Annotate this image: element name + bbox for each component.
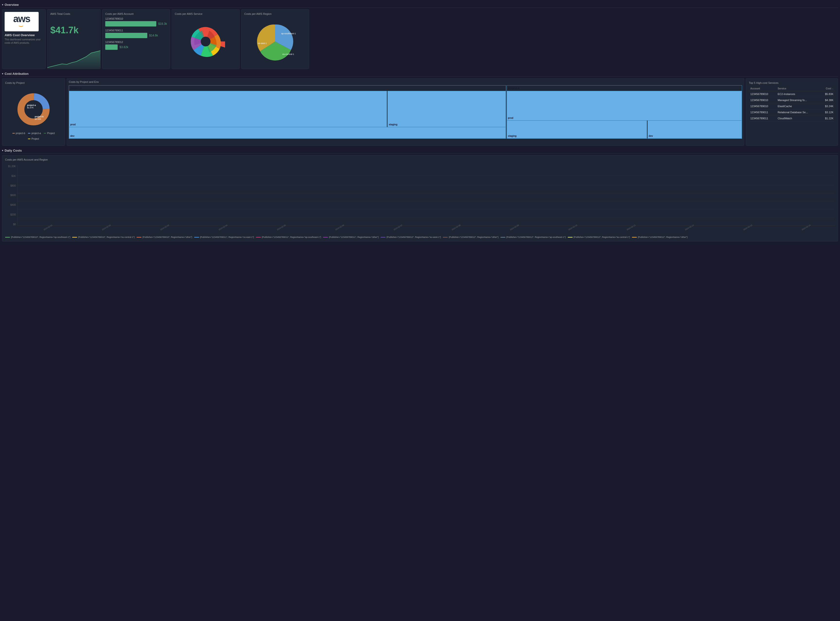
top5-header-cost[interactable]: Cost ↓	[820, 86, 835, 91]
treemap-cell-staging-b-label: staging	[389, 123, 397, 126]
top5-header-account: Account	[749, 86, 776, 91]
treemap-root: project-b prod staging de	[69, 85, 742, 139]
table-row: 123456789010 ElastiCache $3.24K	[749, 103, 835, 109]
legend-project-a: project-a	[28, 132, 41, 135]
account-row-0: 123456789010 $19.3k	[105, 17, 167, 26]
account-row-1: 123456789011 $14.6k	[105, 29, 167, 38]
service-pie-container	[175, 17, 237, 66]
region-pie-container: ap-southeast-1 eu-central-1 us-east-1	[244, 17, 306, 66]
cost-per-account-list: 123456789010 $19.3k 123456789011 $14.6k	[105, 17, 167, 50]
account-bar-2	[105, 44, 118, 50]
treemap-project-b: project-b prod staging de	[69, 85, 506, 139]
cell-cost: $1.22K	[820, 115, 835, 121]
treemap-cell-dev-b: dev	[69, 127, 506, 138]
top5-card: Top 5 High-cost Services Account Service…	[746, 78, 838, 146]
treemap-cell-staging-a: staging	[507, 121, 647, 138]
daily-costs-card: Costs per AWS Account and Region $1.20K …	[2, 155, 838, 241]
account-id-2: 123456789012	[105, 41, 167, 44]
y-label-120k: $1.20K	[8, 165, 16, 168]
treemap-project-a-label: project-a	[508, 86, 519, 89]
donut-legend: project-b project-a Project Project	[8, 132, 59, 140]
legend-text: {Publisher="123456789012", RegionName="e…	[387, 236, 441, 238]
table-row: 123456789011 CloudWatch $1.22K	[749, 115, 835, 121]
account-cost-1: $14.6k	[149, 34, 158, 37]
cell-account: 123456789010	[749, 91, 776, 97]
treemap-cell-dev-a: dev	[647, 121, 742, 138]
daily-costs-chevron[interactable]: ▾	[2, 149, 3, 152]
overview-grid: aws ⌣ AWS Cost Overview This dashboard s…	[2, 9, 838, 69]
account-bar-wrap-0: $19.3k	[105, 21, 167, 26]
cost-attribution-title: Cost Attribution	[5, 72, 29, 76]
cell-cost: $5.83K	[820, 91, 835, 97]
account-bar-0	[105, 21, 156, 26]
x-labels: 2024-02-012024-02-022024-02-032024-02-04…	[17, 226, 835, 233]
svg-point-1	[201, 37, 211, 46]
legend-text: {Publisher="123456789012", RegionName="o…	[449, 236, 499, 238]
account-bar-1	[105, 33, 147, 38]
aws-card-title: AWS Cost Overview	[5, 33, 43, 37]
treemap-project-b-top: prod staging	[69, 91, 506, 127]
y-label-800: $800	[11, 185, 16, 187]
cell-cost: $4.38K	[820, 97, 835, 103]
treemap-cell-dev-b-label: dev	[70, 135, 74, 137]
account-cost-2: $3.82k	[120, 45, 128, 49]
legend-project-yellow: Project	[28, 138, 39, 140]
cell-account: 123456789010	[749, 97, 776, 103]
total-cost-value: $41.7k	[50, 25, 97, 35]
cost-per-service-card: Costs per AWS Service	[171, 9, 240, 69]
daily-costs-section: ▾ Daily Costs Costs per AWS Account and …	[2, 148, 838, 241]
table-row: 123456789010 EC2-Instances $5.83K	[749, 91, 835, 97]
legend-label-project-yellow: Project	[31, 138, 39, 140]
treemap-cell-dev-a-label: dev	[649, 135, 653, 137]
region-pie-chart: ap-southeast-1 eu-central-1 us-east-1	[251, 20, 299, 64]
table-row: 123456789011 Relational Database Se... $…	[749, 109, 835, 115]
cell-service: Relational Database Se...	[776, 109, 820, 115]
chart-legend-item: {Publisher="123456789010", RegionName="e…	[72, 236, 134, 238]
treemap-cell-prod-a-label: prod	[508, 117, 513, 119]
y-label-1k: $1K	[11, 175, 16, 177]
legend-label-project-green: Project	[47, 132, 55, 135]
account-id-1: 123456789011	[105, 29, 167, 32]
legend-project-green: Project	[44, 132, 55, 135]
y-label-200: $200	[11, 213, 16, 216]
daily-costs-title: Daily Costs	[5, 149, 22, 152]
treemap-card: Costs by Project and Env project-b prod	[67, 78, 744, 146]
svg-text:us-east-1: us-east-1	[258, 42, 267, 44]
cell-service: Managed Streaming fo...	[776, 97, 820, 103]
project-donut-chart: project-a $1.57K project-b $4.93K	[13, 89, 54, 130]
treemap-project-a: project-a prod staging dev	[506, 85, 742, 139]
treemap-cell-staging-b: staging	[387, 91, 506, 127]
y-label-400: $400	[11, 204, 16, 206]
treemap-label: Costs by Project and Env	[69, 80, 742, 83]
cell-account: 123456789011	[749, 109, 776, 115]
cell-cost: $3.12K	[820, 109, 835, 115]
cell-service: EC2-Instances	[776, 91, 820, 97]
account-row-2: 123456789012 $3.82k	[105, 41, 167, 50]
costs-by-project-label: Costs by Project	[5, 82, 62, 84]
attribution-grid: Costs by Project project-a $1.57K projec…	[2, 78, 838, 146]
account-id-0: 123456789010	[105, 17, 167, 20]
svg-text:eu-central-1: eu-central-1	[282, 53, 294, 55]
treemap-cell-prod-b: prod	[69, 91, 387, 127]
total-costs-label: AWS Total Costs	[50, 12, 97, 15]
legend-text: {Publisher="123456789011", RegionName="o…	[329, 236, 379, 238]
cost-attribution-chevron[interactable]: ▾	[2, 73, 3, 75]
total-cost-chart	[47, 49, 101, 69]
cost-per-region-label: Costs per AWS Region	[244, 12, 306, 15]
treemap-cell-prod-b-label: prod	[70, 123, 76, 126]
treemap-cell-prod-a: prod	[507, 91, 742, 121]
overview-header: ▾ Overview	[2, 2, 838, 8]
cost-attribution-section: ▾ Cost Attribution Costs by Project proj…	[2, 71, 838, 146]
daily-chart-label: Costs per AWS Account and Region	[5, 158, 835, 161]
legend-project-b: project-b	[12, 132, 25, 135]
account-bar-wrap-1: $14.6k	[105, 33, 167, 38]
overview-chevron[interactable]: ▾	[2, 3, 3, 6]
treemap-cell-staging-a-label: staging	[508, 135, 517, 137]
svg-text:project-b: project-b	[35, 115, 44, 118]
cost-attribution-header: ▾ Cost Attribution	[2, 71, 838, 77]
y-label-0: $0	[13, 223, 16, 226]
dashboard: ▾ Overview aws ⌣ AWS Cost Overview This …	[0, 0, 840, 244]
top5-header-service: Service	[776, 86, 820, 91]
treemap-project-a-bottom: staging dev	[507, 121, 742, 138]
cell-account: 123456789011	[749, 115, 776, 121]
